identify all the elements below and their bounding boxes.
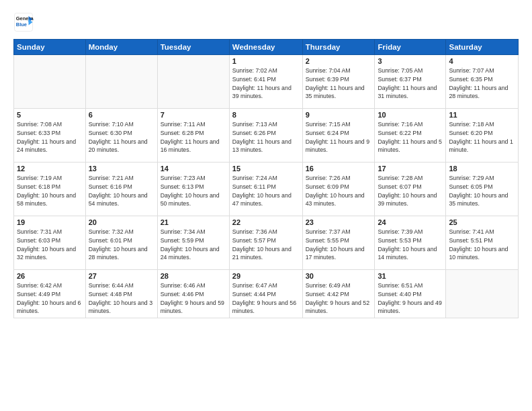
day-cell — [157, 55, 229, 109]
day-number: 24 — [378, 218, 443, 226]
day-number: 5 — [17, 111, 83, 119]
day-info: Sunrise: 6:49 AM Sunset: 4:42 PM Dayligh… — [306, 281, 372, 316]
day-number: 9 — [306, 111, 372, 119]
day-info: Sunrise: 7:23 AM Sunset: 6:13 PM Dayligh… — [161, 174, 226, 208]
day-number: 7 — [161, 111, 226, 119]
day-cell: 9Sunrise: 7:15 AM Sunset: 6:24 PM Daylig… — [302, 109, 375, 163]
day-number: 2 — [306, 57, 372, 65]
day-info: Sunrise: 7:26 AM Sunset: 6:09 PM Dayligh… — [306, 174, 372, 208]
day-cell: 22Sunrise: 7:36 AM Sunset: 5:57 PM Dayli… — [229, 216, 302, 270]
day-info: Sunrise: 7:15 AM Sunset: 6:24 PM Dayligh… — [306, 120, 372, 154]
weekday-header-sunday: Sunday — [14, 40, 86, 55]
day-number: 13 — [89, 165, 154, 173]
day-cell: 28Sunrise: 6:46 AM Sunset: 4:46 PM Dayli… — [157, 270, 229, 318]
logo-icon: General Blue — [13, 12, 34, 32]
day-info: Sunrise: 7:41 AM Sunset: 5:51 PM Dayligh… — [449, 228, 515, 262]
day-info: Sunrise: 7:05 AM Sunset: 6:37 PM Dayligh… — [378, 66, 443, 101]
page: General Blue SundayMondayTuesdayWednesda… — [0, 0, 532, 411]
day-cell — [85, 55, 157, 109]
day-number: 11 — [449, 111, 515, 119]
day-number: 12 — [17, 165, 83, 173]
week-row-5: 26Sunrise: 6:42 AM Sunset: 4:49 PM Dayli… — [14, 270, 519, 318]
day-cell: 31Sunrise: 6:51 AM Sunset: 4:40 PM Dayli… — [375, 270, 446, 318]
day-cell: 17Sunrise: 7:28 AM Sunset: 6:07 PM Dayli… — [375, 163, 446, 216]
calendar: SundayMondayTuesdayWednesdayThursdayFrid… — [13, 39, 519, 318]
day-cell: 1Sunrise: 7:02 AM Sunset: 6:41 PM Daylig… — [229, 55, 302, 109]
day-cell: 14Sunrise: 7:23 AM Sunset: 6:13 PM Dayli… — [157, 163, 229, 216]
day-number: 1 — [232, 57, 300, 65]
day-number: 6 — [89, 111, 154, 119]
day-info: Sunrise: 7:21 AM Sunset: 6:16 PM Dayligh… — [89, 174, 154, 208]
logo: General Blue — [13, 12, 36, 32]
day-info: Sunrise: 7:28 AM Sunset: 6:07 PM Dayligh… — [378, 174, 443, 208]
day-cell: 4Sunrise: 7:07 AM Sunset: 6:35 PM Daylig… — [446, 55, 519, 109]
day-cell: 16Sunrise: 7:26 AM Sunset: 6:09 PM Dayli… — [302, 163, 375, 216]
day-info: Sunrise: 7:18 AM Sunset: 6:20 PM Dayligh… — [449, 120, 515, 154]
day-info: Sunrise: 7:37 AM Sunset: 5:55 PM Dayligh… — [306, 228, 372, 262]
day-number: 21 — [161, 218, 226, 226]
day-cell: 5Sunrise: 7:08 AM Sunset: 6:33 PM Daylig… — [14, 109, 86, 163]
day-info: Sunrise: 7:08 AM Sunset: 6:33 PM Dayligh… — [17, 120, 83, 154]
day-info: Sunrise: 7:29 AM Sunset: 6:05 PM Dayligh… — [449, 174, 515, 208]
day-cell: 30Sunrise: 6:49 AM Sunset: 4:42 PM Dayli… — [302, 270, 375, 318]
day-number: 30 — [306, 272, 372, 280]
day-number: 23 — [306, 218, 372, 226]
day-cell: 12Sunrise: 7:19 AM Sunset: 6:18 PM Dayli… — [14, 163, 86, 216]
svg-text:Blue: Blue — [16, 21, 27, 28]
day-info: Sunrise: 7:10 AM Sunset: 6:30 PM Dayligh… — [89, 120, 154, 154]
day-number: 18 — [449, 165, 515, 173]
day-cell: 24Sunrise: 7:39 AM Sunset: 5:53 PM Dayli… — [375, 216, 446, 270]
day-number: 31 — [378, 272, 443, 280]
day-info: Sunrise: 7:02 AM Sunset: 6:41 PM Dayligh… — [232, 66, 300, 101]
weekday-header-friday: Friday — [375, 40, 446, 55]
weekday-header-monday: Monday — [85, 40, 157, 55]
day-number: 15 — [232, 165, 300, 173]
day-cell: 19Sunrise: 7:31 AM Sunset: 6:03 PM Dayli… — [14, 216, 86, 270]
day-cell: 13Sunrise: 7:21 AM Sunset: 6:16 PM Dayli… — [85, 163, 157, 216]
day-cell — [14, 55, 86, 109]
day-number: 28 — [161, 272, 226, 280]
day-cell: 2Sunrise: 7:04 AM Sunset: 6:39 PM Daylig… — [302, 55, 375, 109]
week-row-2: 5Sunrise: 7:08 AM Sunset: 6:33 PM Daylig… — [14, 109, 519, 163]
day-cell: 29Sunrise: 6:47 AM Sunset: 4:44 PM Dayli… — [229, 270, 302, 318]
day-cell: 6Sunrise: 7:10 AM Sunset: 6:30 PM Daylig… — [85, 109, 157, 163]
day-cell: 27Sunrise: 6:44 AM Sunset: 4:48 PM Dayli… — [85, 270, 157, 318]
day-info: Sunrise: 7:04 AM Sunset: 6:39 PM Dayligh… — [306, 66, 372, 101]
day-number: 26 — [17, 272, 83, 280]
day-info: Sunrise: 7:39 AM Sunset: 5:53 PM Dayligh… — [378, 228, 443, 262]
day-number: 27 — [89, 272, 154, 280]
day-number: 20 — [89, 218, 154, 226]
day-number: 3 — [378, 57, 443, 65]
day-cell: 20Sunrise: 7:32 AM Sunset: 6:01 PM Dayli… — [85, 216, 157, 270]
day-number: 29 — [232, 272, 300, 280]
day-number: 22 — [232, 218, 300, 226]
day-cell: 7Sunrise: 7:11 AM Sunset: 6:28 PM Daylig… — [157, 109, 229, 163]
day-info: Sunrise: 7:16 AM Sunset: 6:22 PM Dayligh… — [378, 120, 443, 154]
day-info: Sunrise: 7:11 AM Sunset: 6:28 PM Dayligh… — [161, 120, 226, 154]
day-number: 19 — [17, 218, 83, 226]
weekday-header-tuesday: Tuesday — [157, 40, 229, 55]
day-info: Sunrise: 7:13 AM Sunset: 6:26 PM Dayligh… — [232, 120, 300, 154]
day-cell: 10Sunrise: 7:16 AM Sunset: 6:22 PM Dayli… — [375, 109, 446, 163]
day-cell: 25Sunrise: 7:41 AM Sunset: 5:51 PM Dayli… — [446, 216, 519, 270]
day-info: Sunrise: 7:19 AM Sunset: 6:18 PM Dayligh… — [17, 174, 83, 208]
day-cell: 23Sunrise: 7:37 AM Sunset: 5:55 PM Dayli… — [302, 216, 375, 270]
weekday-header-row: SundayMondayTuesdayWednesdayThursdayFrid… — [14, 40, 519, 55]
day-info: Sunrise: 7:31 AM Sunset: 6:03 PM Dayligh… — [17, 228, 83, 262]
week-row-1: 1Sunrise: 7:02 AM Sunset: 6:41 PM Daylig… — [14, 55, 519, 109]
day-info: Sunrise: 6:42 AM Sunset: 4:49 PM Dayligh… — [17, 281, 83, 316]
day-info: Sunrise: 6:44 AM Sunset: 4:48 PM Dayligh… — [89, 281, 154, 316]
day-number: 10 — [378, 111, 443, 119]
day-info: Sunrise: 7:07 AM Sunset: 6:35 PM Dayligh… — [449, 66, 515, 101]
week-row-4: 19Sunrise: 7:31 AM Sunset: 6:03 PM Dayli… — [14, 216, 519, 270]
day-info: Sunrise: 7:24 AM Sunset: 6:11 PM Dayligh… — [232, 174, 300, 208]
day-cell: 26Sunrise: 6:42 AM Sunset: 4:49 PM Dayli… — [14, 270, 86, 318]
week-row-3: 12Sunrise: 7:19 AM Sunset: 6:18 PM Dayli… — [14, 163, 519, 216]
day-number: 8 — [232, 111, 300, 119]
day-number: 14 — [161, 165, 226, 173]
weekday-header-thursday: Thursday — [302, 40, 375, 55]
day-cell: 21Sunrise: 7:34 AM Sunset: 5:59 PM Dayli… — [157, 216, 229, 270]
day-number: 4 — [449, 57, 515, 65]
day-cell: 8Sunrise: 7:13 AM Sunset: 6:26 PM Daylig… — [229, 109, 302, 163]
day-info: Sunrise: 7:34 AM Sunset: 5:59 PM Dayligh… — [161, 228, 226, 262]
